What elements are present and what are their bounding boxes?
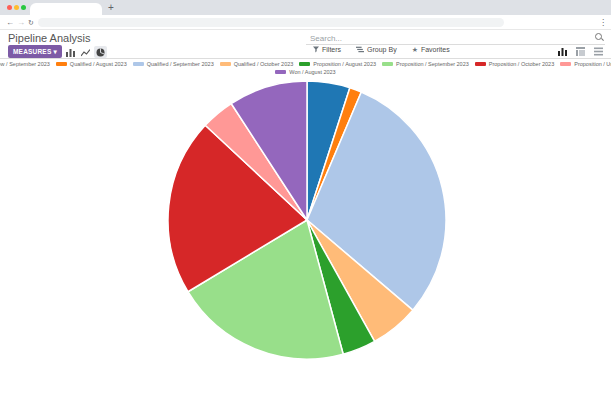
app-window: + ← → ↻ ⋮ Pipeline Analysis MEASURES ▾ [0, 0, 611, 400]
pie-chart [0, 0, 611, 400]
